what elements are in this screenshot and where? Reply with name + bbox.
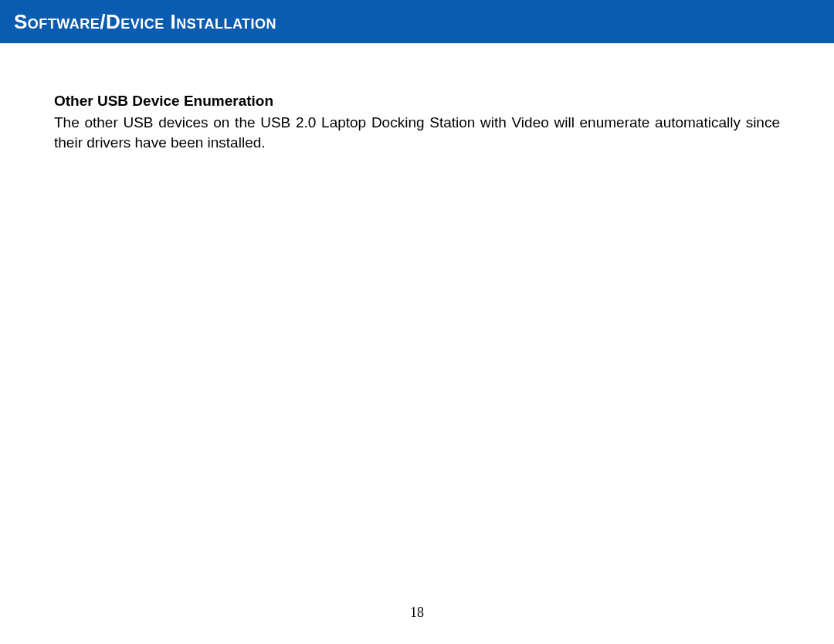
page-header-bar: Software/Device Installation bbox=[0, 0, 834, 43]
section-heading: Other USB Device Enumeration bbox=[54, 93, 780, 110]
section-body: The other USB devices on the USB 2.0 Lap… bbox=[54, 113, 780, 152]
page-content: Other USB Device Enumeration The other U… bbox=[0, 43, 834, 152]
page-number: 18 bbox=[0, 605, 834, 621]
page-header-title: Software/Device Installation bbox=[14, 10, 276, 34]
